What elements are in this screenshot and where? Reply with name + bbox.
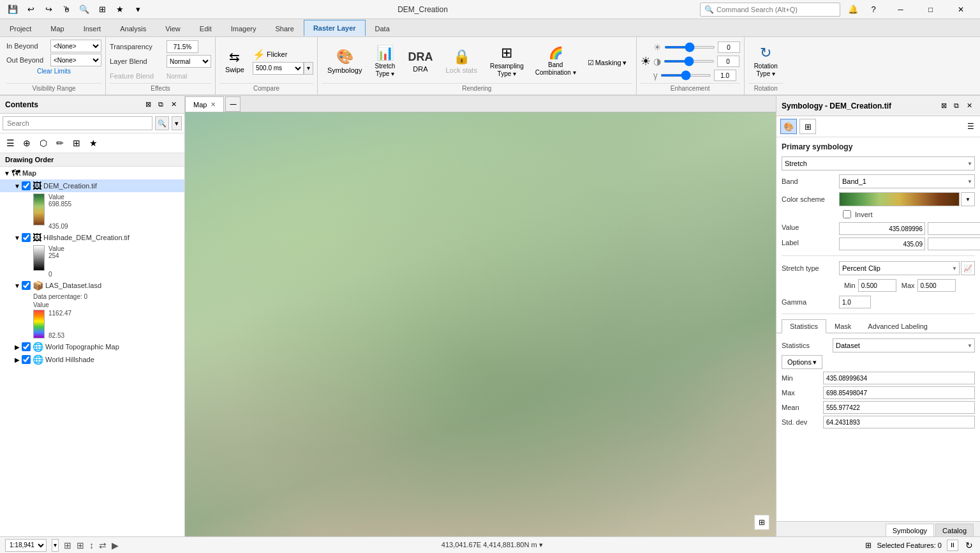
coords-dropdown-btn[interactable]: ▾ (539, 541, 543, 549)
sym-pin-btn[interactable]: ⊠ (938, 100, 949, 112)
sym-primary-btn[interactable]: 🎨 (780, 119, 797, 134)
las-checkbox[interactable] (22, 281, 31, 290)
invert-checkbox[interactable] (843, 210, 851, 218)
tab-imagery[interactable]: Imagery (221, 20, 266, 36)
stretch-chart-btn[interactable]: 📈 (961, 261, 975, 275)
refresh-btn[interactable]: ↻ (963, 540, 975, 551)
sym-secondary-btn[interactable]: ⊞ (799, 119, 816, 134)
tab-share[interactable]: Share (266, 20, 304, 36)
band-combination-btn[interactable]: 🌈 BandCombination ▾ (531, 43, 581, 80)
map-tab-main[interactable]: Map ✕ (185, 96, 224, 112)
tree-item-world-hillshade[interactable]: ▶ 🌐 World Hillshade (0, 353, 184, 366)
bottom-tab-symbology[interactable]: Symbology (886, 524, 934, 536)
map-overview-btn[interactable]: ⊞ (754, 515, 769, 530)
bottom-tab-catalog[interactable]: Catalog (935, 524, 974, 536)
tab-edit[interactable]: Edit (190, 20, 221, 36)
tab-data[interactable]: Data (366, 20, 399, 36)
label-min-input[interactable] (839, 238, 925, 250)
dra-btn[interactable]: DRA DRA (402, 47, 438, 76)
stats-tab-statistics[interactable]: Statistics (782, 319, 826, 333)
world-topo-expand-icon[interactable]: ▶ (13, 342, 22, 351)
dem-expand-icon[interactable]: ▼ (13, 181, 22, 190)
contents-star-btn[interactable]: ★ (85, 135, 101, 151)
minimize-btn[interactable]: ─ (886, 0, 915, 19)
hillshade-expand-icon[interactable]: ▼ (13, 233, 22, 242)
contents-search-dropdown[interactable]: ▾ (172, 116, 182, 130)
undo-btn[interactable]: ↩ (23, 2, 38, 17)
transparency-input[interactable] (167, 40, 198, 53)
stats-tab-mask[interactable]: Mask (826, 319, 859, 333)
value-min-input[interactable] (839, 222, 925, 235)
close-btn[interactable]: ✕ (946, 0, 975, 19)
flicker-arrow-btn[interactable]: ▾ (304, 62, 313, 75)
tree-item-world-topo[interactable]: ▶ 🌐 World Topographic Map (0, 340, 184, 353)
tree-item-map[interactable]: ▼ 🗺 Map (0, 167, 184, 179)
contents-cube-btn[interactable]: ⬡ (36, 135, 51, 151)
min-input[interactable] (858, 279, 896, 292)
hillshade-checkbox[interactable] (22, 233, 31, 242)
contents-pin-btn[interactable]: ⊠ (142, 99, 154, 110)
gamma-slider[interactable] (660, 74, 711, 77)
contrast-slider[interactable] (664, 60, 715, 63)
redo-btn[interactable]: ↪ (41, 2, 56, 17)
tab-map[interactable]: Map (41, 20, 73, 36)
contents-list-btn[interactable]: ☰ (3, 135, 18, 151)
tree-item-hillshade[interactable]: ▼ 🖼 Hillshade_DEM_Creation.tif (0, 231, 184, 244)
rotation-type-btn[interactable]: ↻ RotationType ▾ (748, 42, 783, 81)
stats-tab-advanced-labeling[interactable]: Advanced Labeling (859, 319, 936, 333)
out-beyond-select[interactable]: <None> (50, 54, 101, 66)
brightness-value[interactable] (718, 42, 740, 53)
options-btn[interactable]: Options ▾ (782, 355, 822, 369)
color-ramp-preview[interactable] (839, 192, 960, 206)
map-expand-icon[interactable]: ▼ (3, 169, 11, 178)
color-ramp-arrow-btn[interactable]: ▼ (961, 192, 975, 206)
contents-pencil-btn[interactable]: ✏ (52, 135, 68, 151)
swipe-btn[interactable]: ⇆ Swipe (219, 46, 250, 77)
world-topo-checkbox[interactable] (22, 342, 31, 351)
world-hillshade-checkbox[interactable] (22, 355, 31, 364)
tab-insert[interactable]: Insert (74, 20, 111, 36)
tab-project[interactable]: Project (0, 20, 41, 36)
tab-raster-layer[interactable]: Raster Layer (304, 20, 366, 36)
command-search[interactable]: 🔍 (700, 3, 840, 17)
zoom-btn[interactable]: 🔍 (77, 2, 92, 17)
more-btn[interactable]: ▾ (130, 2, 145, 17)
stretch-type-select[interactable]: Percent Clip (839, 261, 960, 275)
command-search-input[interactable] (716, 6, 836, 13)
las-expand-icon[interactable]: ▼ (13, 281, 22, 290)
sym-close-btn[interactable]: ✕ (963, 100, 975, 112)
flicker-select[interactable]: 500.0 ms (253, 62, 304, 75)
value-max-input[interactable] (928, 222, 980, 235)
maximize-btn[interactable]: □ (916, 0, 945, 19)
contents-cylinder-btn[interactable]: ⊕ (19, 135, 34, 151)
scale-dropdown-btn[interactable]: ▾ (52, 539, 59, 552)
masking-btn[interactable]: ☑ Masking ▾ (582, 54, 632, 71)
tree-item-dem[interactable]: ▼ 🖼 DEM_Creation.tif (0, 179, 184, 192)
contents-close-btn[interactable]: ✕ (168, 99, 179, 110)
save-btn[interactable]: 💾 (5, 2, 20, 17)
layout-btn[interactable]: ⊞ (94, 2, 110, 17)
contents-float-btn[interactable]: ⧉ (155, 99, 167, 110)
pause-btn[interactable]: ⏸ (947, 540, 958, 551)
max-input[interactable] (917, 279, 956, 292)
notification-btn[interactable]: 🔔 (845, 2, 861, 17)
stretch-type-btn[interactable]: 📊 StretchType ▾ (369, 42, 401, 81)
in-beyond-select[interactable]: <None> (50, 40, 101, 52)
minimize-map-btn[interactable]: ─ (225, 96, 241, 112)
symbology-type-select[interactable]: Stretch (782, 156, 975, 170)
statistics-dataset-select[interactable]: Dataset (833, 338, 975, 352)
gamma-input[interactable] (839, 296, 871, 308)
band-select[interactable]: Band_1 (839, 174, 975, 188)
contents-search-btn[interactable]: 🔍 (155, 116, 169, 130)
symbology-btn[interactable]: 🎨 Symbology (322, 45, 368, 77)
map-tab-close-icon[interactable]: ✕ (211, 101, 216, 108)
cursor-btn[interactable]: 🖱 (59, 2, 74, 17)
dem-checkbox[interactable] (22, 181, 31, 190)
clear-limits-link[interactable]: Clear Limits (37, 68, 71, 75)
sym-float-btn[interactable]: ⧉ (951, 100, 962, 112)
world-hillshade-expand-icon[interactable]: ▶ (13, 355, 22, 364)
map-viewport[interactable]: ⊞ (185, 112, 776, 536)
tree-item-las[interactable]: ▼ 📦 LAS_Dataset.lasd (0, 279, 184, 292)
gamma-enh-value[interactable] (714, 70, 736, 81)
brightness-slider[interactable] (664, 46, 715, 49)
